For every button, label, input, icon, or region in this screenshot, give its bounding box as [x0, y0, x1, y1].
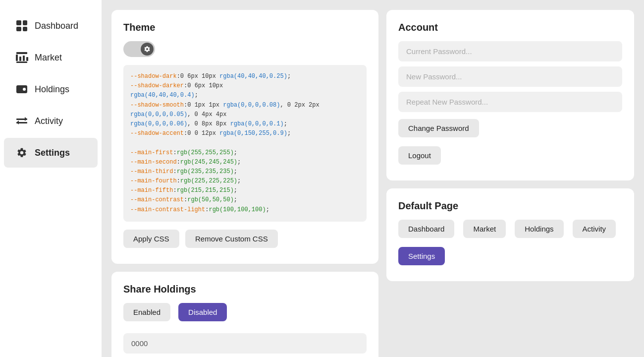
theme-card: Theme --shadow-dark:0 6px 10px rgba(40,4…: [111, 10, 378, 264]
sidebar-label-settings: Settings: [35, 148, 70, 158]
default-page-title: Default Page: [398, 200, 622, 212]
sidebar: Dashboard Market Holdings: [0, 0, 102, 357]
main-content: Theme --shadow-dark:0 6px 10px rgba(40,4…: [102, 0, 644, 357]
default-page-market[interactable]: Market: [463, 220, 506, 238]
dashboard-icon: [16, 20, 28, 32]
sidebar-item-holdings[interactable]: Holdings: [4, 74, 98, 104]
enabled-button[interactable]: Enabled: [123, 303, 170, 321]
default-page-activity[interactable]: Activity: [573, 220, 616, 238]
sidebar-label-dashboard: Dashboard: [35, 21, 78, 31]
sidebar-item-dashboard[interactable]: Dashboard: [4, 11, 98, 41]
activity-icon: [16, 115, 28, 127]
current-password-input[interactable]: [398, 41, 622, 61]
theme-actions: Apply CSS Remove Custom CSS: [123, 230, 367, 252]
theme-toggle[interactable]: [123, 41, 155, 57]
holdings-icon: [16, 83, 28, 95]
css-editor[interactable]: --shadow-dark:0 6px 10px rgba(40,40,40,0…: [123, 65, 367, 222]
left-column: Theme --shadow-dark:0 6px 10px rgba(40,4…: [111, 10, 378, 347]
settings-icon: [16, 147, 28, 159]
disabled-button[interactable]: Disabled: [178, 303, 227, 321]
share-holdings-toggle-group: Enabled Disabled: [123, 303, 367, 325]
default-page-buttons: Dashboard Market Holdings Activity Setti…: [398, 220, 622, 269]
sidebar-label-activity: Activity: [35, 116, 63, 126]
change-password-button[interactable]: Change Password: [398, 119, 479, 137]
account-title: Account: [398, 22, 622, 33]
theme-title: Theme: [123, 22, 367, 33]
account-actions: Change Password Logout: [398, 119, 622, 169]
remove-css-button[interactable]: Remove Custom CSS: [185, 230, 278, 248]
theme-toggle-knob: [141, 43, 154, 56]
default-page-dashboard[interactable]: Dashboard: [398, 220, 454, 238]
repeat-password-input[interactable]: [398, 92, 622, 112]
new-password-input[interactable]: [398, 66, 622, 87]
default-page-holdings[interactable]: Holdings: [515, 220, 563, 238]
gear-icon: [144, 46, 151, 53]
sidebar-item-activity[interactable]: Activity: [4, 106, 98, 136]
apply-css-button[interactable]: Apply CSS: [123, 230, 179, 248]
share-holdings-title: Share Holdings: [123, 284, 367, 295]
account-card: Account Change Password Logout: [386, 10, 634, 180]
market-icon: [16, 52, 28, 63]
default-page-card: Default Page Dashboard Market Holdings A…: [386, 188, 634, 281]
sidebar-label-market: Market: [35, 53, 62, 63]
default-page-settings[interactable]: Settings: [398, 247, 445, 265]
sidebar-item-market[interactable]: Market: [4, 43, 98, 72]
right-column: Account Change Password Logout Default P…: [386, 10, 634, 347]
share-holdings-card: Share Holdings Enabled Disabled Confirm …: [111, 272, 378, 357]
logout-button[interactable]: Logout: [398, 146, 441, 165]
pin-input[interactable]: [123, 333, 367, 354]
sidebar-item-settings[interactable]: Settings: [4, 138, 98, 168]
sidebar-label-holdings: Holdings: [35, 84, 69, 95]
